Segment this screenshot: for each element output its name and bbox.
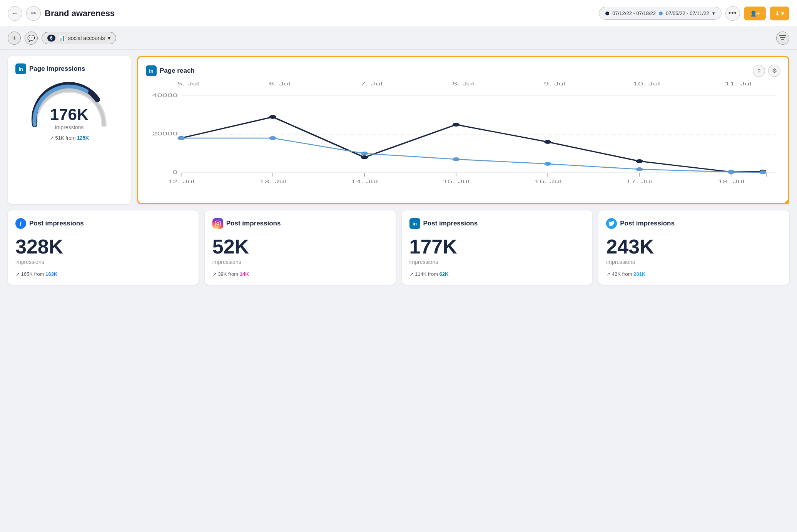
highlight-corner xyxy=(783,198,789,204)
chart-svg-container: 5. Jul 6. Jul 7. Jul 8. Jul 9. Jul 10. J… xyxy=(146,78,780,195)
header-center: 07/12/22 - 07/18/22 07/05/22 - 07/11/22 … xyxy=(599,6,789,21)
current-period-dot xyxy=(605,12,609,15)
more-icon: ••• xyxy=(728,9,737,17)
chart-header: in Page reach ? ⚙ xyxy=(146,65,780,77)
li-post-impressions-card: in Post impressions 177K impressions ↗ 1… xyxy=(402,210,593,285)
add-user-button[interactable]: 👤+ xyxy=(744,7,766,20)
sub-header: + 💬 6 📊 social accounts ▾ xyxy=(0,27,797,50)
filter-button[interactable] xyxy=(776,32,789,45)
gauge-value: 176K xyxy=(27,107,112,123)
sub-header-left: + 💬 6 📊 social accounts ▾ xyxy=(8,32,116,45)
gauge-wrap: 176K impressions xyxy=(27,80,112,130)
svg-point-34 xyxy=(453,123,459,127)
ig-metric-value: 52K xyxy=(212,237,388,257)
instagram-icon xyxy=(212,218,223,229)
linkedin-icon-reach: in xyxy=(146,65,157,76)
svg-text:18. Jul: 18. Jul xyxy=(718,178,745,184)
download-button[interactable]: ⬇ ▾ xyxy=(770,7,789,20)
header: ← ✏ Brand awareness 07/12/22 - 07/18/22 … xyxy=(0,0,797,27)
filter-icon xyxy=(779,34,786,42)
svg-text:10. Jul: 10. Jul xyxy=(633,81,660,86)
svg-text:40000: 40000 xyxy=(152,92,177,98)
li-card-header: in Post impressions xyxy=(409,218,585,229)
previous-period-dot xyxy=(659,12,663,15)
svg-point-41 xyxy=(361,152,368,155)
settings-button[interactable]: ⚙ xyxy=(768,65,780,77)
gauge-change-prefix: ↗ 51K from xyxy=(50,135,75,141)
svg-text:11. Jul: 11. Jul xyxy=(725,81,752,86)
gauge-change-link[interactable]: 125K xyxy=(77,135,89,141)
gauge-container: 176K impressions ↗ 51K from 125K xyxy=(15,80,123,141)
svg-text:5. Jul: 5. Jul xyxy=(177,81,199,86)
page-impressions-card: in Page impressions xyxy=(8,56,131,204)
svg-point-46 xyxy=(759,170,766,174)
svg-point-45 xyxy=(728,170,735,174)
date-range-button[interactable]: 07/12/22 - 07/18/22 07/05/22 - 07/11/22 … xyxy=(599,7,722,20)
svg-text:6. Jul: 6. Jul xyxy=(269,81,291,86)
svg-text:14. Jul: 14. Jul xyxy=(351,178,378,184)
svg-point-35 xyxy=(544,140,551,144)
add-widget-button[interactable]: + xyxy=(8,32,21,45)
tw-metric-value: 243K xyxy=(606,237,782,257)
previous-date-range: 07/05/22 - 07/11/22 xyxy=(666,10,709,16)
header-left: ← ✏ Brand awareness xyxy=(8,6,594,21)
svg-point-40 xyxy=(269,136,276,140)
help-icon: ? xyxy=(757,68,760,74)
svg-point-39 xyxy=(177,136,184,140)
more-options-button[interactable]: ••• xyxy=(725,6,740,21)
fb-metric-change: ↗ 165K from 163K xyxy=(15,271,191,277)
ig-card-header: Post impressions xyxy=(212,218,388,229)
svg-text:15. Jul: 15. Jul xyxy=(443,178,470,184)
fb-change-link[interactable]: 163K xyxy=(45,271,57,277)
linkedin-icon: in xyxy=(15,63,26,74)
svg-text:20000: 20000 xyxy=(152,131,177,136)
bar-chart-icon: 📊 xyxy=(58,35,65,41)
gauge-change: ↗ 51K from 125K xyxy=(50,135,89,141)
fb-metric-label: impressions xyxy=(15,259,191,265)
tw-change-link[interactable]: 201K xyxy=(633,271,645,277)
back-icon: ← xyxy=(12,10,18,17)
edit-button[interactable]: ✏ xyxy=(26,6,41,21)
tw-change-prefix: ↗ 42K from xyxy=(606,271,632,277)
main-content: in Page impressions xyxy=(0,50,797,291)
svg-point-49 xyxy=(219,222,219,222)
svg-point-42 xyxy=(453,157,459,161)
svg-text:13. Jul: 13. Jul xyxy=(259,178,286,184)
bottom-row: f Post impressions 328K impressions ↗ 16… xyxy=(8,210,789,285)
back-button[interactable]: ← xyxy=(8,6,22,21)
li-change-prefix: ↗ 114K from xyxy=(409,271,438,277)
fb-change-prefix: ↗ 165K from xyxy=(15,271,44,277)
ig-change-prefix: ↗ 39K from xyxy=(212,271,238,277)
svg-text:9. Jul: 9. Jul xyxy=(544,81,566,86)
chart-title-group: in Page reach xyxy=(146,65,195,76)
ig-metric-change: ↗ 39K from 14K xyxy=(212,271,388,277)
card-header-impressions: in Page impressions xyxy=(15,63,123,74)
ig-metric-label: impressions xyxy=(212,259,388,265)
social-accounts-button[interactable]: 6 📊 social accounts ▾ xyxy=(42,32,116,44)
tw-metric-change: ↗ 42K from 201K xyxy=(606,271,782,277)
li-post-impressions-title: Post impressions xyxy=(423,220,478,227)
ig-post-impressions-card: Post impressions 52K impressions ↗ 39K f… xyxy=(205,210,396,285)
page-reach-title: Page reach xyxy=(160,67,195,75)
tw-post-impressions-title: Post impressions xyxy=(620,220,675,227)
add-user-icon: 👤+ xyxy=(750,10,760,17)
gear-icon: ⚙ xyxy=(772,67,777,74)
svg-rect-47 xyxy=(215,221,220,226)
facebook-icon: f xyxy=(15,218,26,229)
ig-post-impressions-title: Post impressions xyxy=(226,220,281,227)
li-metric-label: impressions xyxy=(409,259,585,265)
svg-text:7. Jul: 7. Jul xyxy=(361,81,383,86)
page-reach-card: in Page reach ? ⚙ 5. Jul 6. Jul xyxy=(137,56,789,204)
gauge-text-overlay: 176K impressions xyxy=(27,107,112,130)
svg-text:17. Jul: 17. Jul xyxy=(626,178,653,184)
help-button[interactable]: ? xyxy=(753,65,765,77)
linkedin-icon-post: in xyxy=(409,218,420,229)
chevron-down-icon-social: ▾ xyxy=(108,35,110,41)
li-change-link[interactable]: 62K xyxy=(439,271,449,277)
comment-button[interactable]: 💬 xyxy=(25,32,38,45)
social-accounts-label: social accounts xyxy=(68,35,105,41)
svg-text:8. Jul: 8. Jul xyxy=(452,81,474,86)
svg-point-44 xyxy=(636,167,643,171)
chevron-down-icon-download: ▾ xyxy=(781,10,784,17)
ig-change-link[interactable]: 14K xyxy=(240,271,249,277)
